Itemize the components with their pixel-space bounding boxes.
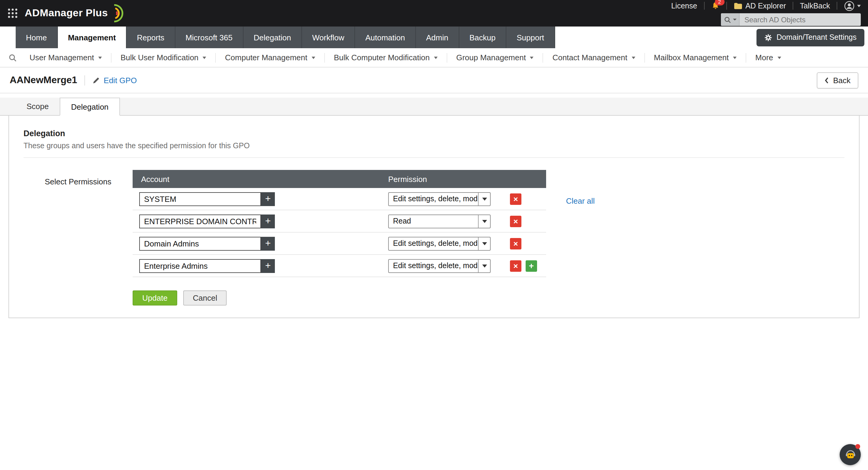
nav-tab-management[interactable]: Management bbox=[58, 27, 127, 48]
chevron-down-icon bbox=[482, 197, 487, 200]
permission-value: Edit settings, delete, mod bbox=[389, 239, 478, 248]
remove-row-button[interactable]: × bbox=[510, 193, 521, 205]
pencil-icon bbox=[92, 76, 100, 84]
ad-explorer-link[interactable]: AD Explorer bbox=[733, 1, 786, 10]
topbar-links: License 2 bbox=[671, 1, 861, 11]
remove-row-button[interactable]: × bbox=[510, 215, 521, 227]
column-account: Account bbox=[133, 175, 388, 184]
clear-all-link[interactable]: Clear all bbox=[566, 196, 595, 206]
nav-tab-delegation[interactable]: Delegation bbox=[243, 27, 302, 48]
menu-bulk-user-modification[interactable]: Bulk User Modification bbox=[112, 53, 216, 62]
topbar-right: License 2 bbox=[671, 0, 861, 27]
page-header: AANewMerge1 Edit GPO Back bbox=[0, 67, 868, 93]
menu-group-management[interactable]: Group Management bbox=[447, 53, 544, 62]
permission-select[interactable]: Edit settings, delete, mod bbox=[388, 237, 491, 250]
remove-row-button[interactable]: × bbox=[510, 260, 521, 272]
update-button[interactable]: Update bbox=[133, 290, 177, 306]
table-row: + Read × bbox=[133, 210, 546, 232]
edit-gpo-label: Edit GPO bbox=[104, 75, 137, 85]
domain-tenant-settings-button[interactable]: Domain/Tenant Settings bbox=[757, 29, 864, 46]
remove-row-button[interactable]: × bbox=[510, 238, 521, 249]
account-picker-button[interactable]: + bbox=[261, 259, 275, 273]
nav-tab-support[interactable]: Support bbox=[506, 27, 555, 48]
column-permission: Permission bbox=[388, 175, 427, 184]
nav-tab-backup[interactable]: Backup bbox=[459, 27, 506, 48]
chevron-down-icon bbox=[98, 56, 102, 59]
permission-select[interactable]: Edit settings, delete, mod bbox=[388, 259, 491, 273]
account-input[interactable] bbox=[139, 259, 261, 273]
permissions-layout: Select Permissions Account Permission + bbox=[24, 170, 844, 306]
account-picker-button[interactable]: + bbox=[261, 237, 275, 250]
support-chatbot-button[interactable] bbox=[840, 444, 861, 465]
menu-user-management[interactable]: User Management bbox=[21, 53, 112, 62]
cancel-button[interactable]: Cancel bbox=[183, 290, 227, 306]
folder-icon bbox=[733, 2, 742, 9]
search-scope-button[interactable] bbox=[721, 13, 740, 26]
account-picker-button[interactable]: + bbox=[261, 192, 275, 206]
permission-select[interactable]: Edit settings, delete, mod bbox=[388, 192, 491, 206]
edit-gpo-link[interactable]: Edit GPO bbox=[92, 75, 137, 85]
panel-heading: Delegation bbox=[24, 129, 844, 138]
nav-tab-microsoft-365[interactable]: Microsoft 365 bbox=[175, 27, 243, 48]
table-header: Account Permission bbox=[133, 170, 546, 188]
divider bbox=[0, 93, 868, 93]
menu-more[interactable]: More bbox=[746, 53, 790, 62]
select-caret bbox=[478, 215, 490, 227]
divider bbox=[793, 2, 793, 10]
account-input[interactable] bbox=[139, 237, 261, 250]
table-row: + Edit settings, delete, mod × bbox=[133, 232, 546, 255]
account-input[interactable] bbox=[139, 214, 261, 228]
back-button[interactable]: Back bbox=[817, 72, 858, 88]
divider bbox=[24, 157, 844, 158]
topbar-left: ADManager Plus bbox=[7, 0, 124, 27]
divider bbox=[704, 2, 704, 10]
menu-label: Computer Management bbox=[225, 53, 307, 62]
menu-label: More bbox=[755, 53, 773, 62]
chevron-down-icon bbox=[482, 220, 487, 223]
menubar-search-icon[interactable] bbox=[5, 53, 21, 62]
nav-tab-reports[interactable]: Reports bbox=[127, 27, 175, 48]
notifications-button[interactable]: 2 bbox=[711, 1, 719, 10]
tab-delegation[interactable]: Delegation bbox=[60, 98, 120, 116]
nav-tab-automation[interactable]: Automation bbox=[355, 27, 416, 48]
table-row: + Edit settings, delete, mod × bbox=[133, 188, 546, 210]
chevron-down-icon bbox=[777, 56, 781, 59]
menu-computer-management[interactable]: Computer Management bbox=[216, 53, 325, 62]
talkback-link[interactable]: TalkBack bbox=[800, 1, 830, 10]
menu-label: Bulk Computer Modification bbox=[334, 53, 430, 62]
select-permissions-label: Select Permissions bbox=[24, 170, 133, 306]
user-menu[interactable] bbox=[844, 0, 861, 11]
nav-tab-workflow[interactable]: Workflow bbox=[302, 27, 355, 48]
search-input[interactable] bbox=[740, 15, 861, 24]
menu-label: Mailbox Management bbox=[654, 53, 729, 62]
gpo-tabstrip: Scope Delegation bbox=[0, 98, 868, 116]
menu-contact-management[interactable]: Contact Management bbox=[544, 53, 645, 62]
app-grid-icon[interactable] bbox=[7, 8, 18, 19]
menu-mailbox-management[interactable]: Mailbox Management bbox=[645, 53, 747, 62]
menu-bulk-computer-modification[interactable]: Bulk Computer Modification bbox=[325, 53, 447, 62]
account-picker-button[interactable]: + bbox=[261, 214, 275, 228]
nav-tab-home[interactable]: Home bbox=[16, 27, 58, 48]
table-row: + Edit settings, delete, mod × + bbox=[133, 255, 546, 277]
back-label: Back bbox=[833, 75, 850, 85]
add-row-button[interactable]: + bbox=[526, 260, 537, 272]
chevron-down-icon bbox=[733, 56, 737, 59]
menu-label: User Management bbox=[30, 53, 94, 62]
permissions-table: Account Permission + Edit settings, dele… bbox=[133, 170, 546, 306]
license-link[interactable]: License bbox=[671, 1, 697, 10]
nav-tab-admin[interactable]: Admin bbox=[416, 27, 459, 48]
chevron-down-icon bbox=[733, 19, 736, 21]
page-title: AANewMerge1 bbox=[10, 75, 77, 86]
management-menubar: User Management Bulk User Modification C… bbox=[0, 48, 868, 67]
chevron-down-icon bbox=[530, 56, 534, 59]
menu-label: Group Management bbox=[456, 53, 526, 62]
divider bbox=[726, 2, 727, 10]
tab-scope[interactable]: Scope bbox=[16, 98, 60, 115]
account-cell: + bbox=[133, 259, 388, 273]
menu-label: Contact Management bbox=[553, 53, 627, 62]
account-input[interactable] bbox=[139, 192, 261, 206]
select-caret bbox=[478, 192, 490, 205]
topbar: ADManager Plus License bbox=[0, 0, 868, 27]
permission-select[interactable]: Read bbox=[388, 214, 491, 228]
robot-icon bbox=[844, 449, 856, 461]
